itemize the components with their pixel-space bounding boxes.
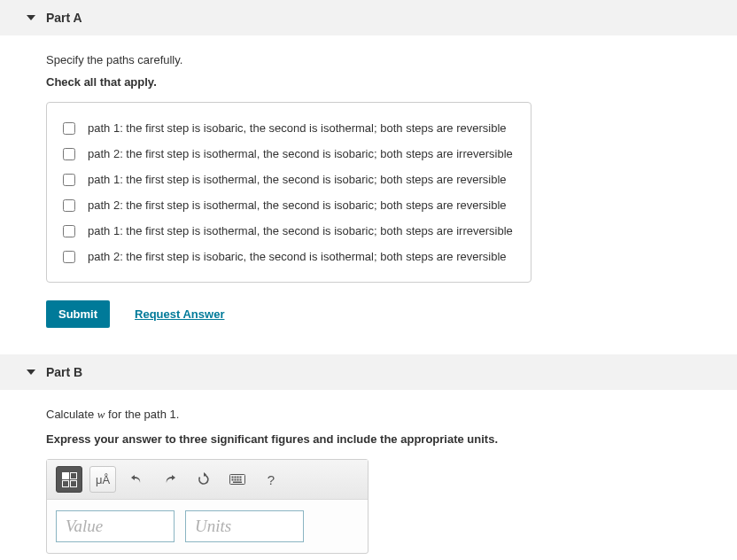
svg-rect-3 — [237, 477, 239, 478]
answer-toolbar: μÅ ? — [47, 460, 368, 500]
checkbox-row: path 1: the first step is isobaric, the … — [63, 115, 515, 141]
checkbox-option-6[interactable] — [63, 251, 75, 263]
checkbox-label: path 1: the first step is isothermal, th… — [88, 224, 513, 237]
checkbox-row: path 2: the first step is isothermal, th… — [63, 192, 515, 218]
checkbox-label: path 2: the first step is isothermal, th… — [88, 147, 513, 160]
keyboard-icon — [229, 474, 245, 485]
calc-suffix: for the path 1. — [105, 408, 179, 421]
svg-rect-1 — [232, 477, 234, 478]
units-input[interactable]: Units — [185, 510, 304, 542]
checkbox-option-1[interactable] — [63, 122, 75, 135]
checkbox-row: path 1: the first step is isothermal, th… — [63, 167, 515, 192]
action-row: Submit Request Answer — [46, 300, 691, 328]
checkbox-label: path 2: the first step is isothermal, th… — [88, 198, 507, 212]
checkbox-group: path 1: the first step is isobaric, the … — [46, 102, 531, 283]
undo-button[interactable] — [123, 466, 150, 493]
caret-down-icon — [27, 15, 35, 20]
keyboard-button[interactable] — [224, 466, 251, 493]
checkbox-option-5[interactable] — [63, 225, 75, 237]
checkbox-option-3[interactable] — [63, 174, 75, 186]
svg-rect-8 — [240, 479, 242, 481]
part-a-title: Part A — [46, 11, 82, 25]
part-b-header[interactable]: Part B — [0, 354, 737, 390]
redo-button[interactable] — [157, 466, 183, 493]
part-b-bold-instruction: Express your answer to three significant… — [46, 432, 691, 446]
part-b-instruction: Calculate w for the path 1. — [46, 408, 691, 422]
part-b-body: Calculate w for the path 1. Express your… — [0, 408, 737, 560]
reset-button[interactable] — [190, 466, 217, 493]
answer-widget: μÅ ? Value Units — [46, 459, 368, 554]
request-answer-link[interactable]: Request Answer — [135, 307, 224, 321]
checkbox-label: path 1: the first step is isothermal, th… — [88, 173, 507, 186]
templates-icon — [62, 472, 77, 487]
submit-button[interactable]: Submit — [46, 300, 110, 328]
answer-input-row: Value Units — [47, 500, 368, 553]
svg-rect-5 — [232, 479, 234, 481]
reset-icon — [197, 472, 211, 486]
checkbox-option-2[interactable] — [63, 148, 75, 160]
svg-rect-9 — [233, 482, 242, 484]
value-input[interactable]: Value — [56, 510, 175, 542]
checkbox-row: path 1: the first step is isothermal, th… — [63, 218, 515, 244]
svg-rect-4 — [240, 477, 242, 478]
redo-icon — [163, 472, 177, 486]
part-b-title: Part B — [46, 365, 82, 379]
undo-icon — [129, 472, 144, 486]
svg-rect-7 — [237, 479, 239, 481]
checkbox-option-4[interactable] — [63, 199, 75, 212]
templates-button[interactable] — [56, 466, 82, 493]
part-a-body: Specify the paths carefully. Check all t… — [0, 53, 737, 354]
checkbox-row: path 2: the first step is isothermal, th… — [63, 141, 515, 167]
symbols-label: μÅ — [96, 473, 110, 486]
part-a-bold-instruction: Check all that apply. — [46, 75, 691, 89]
checkbox-label: path 2: the first step is isobaric, the … — [88, 250, 507, 263]
part-a-header[interactable]: Part A — [0, 0, 737, 35]
caret-down-icon — [27, 369, 35, 375]
checkbox-row: path 2: the first step is isobaric, the … — [63, 244, 515, 269]
svg-rect-2 — [235, 477, 237, 478]
calc-prefix: Calculate — [46, 408, 97, 421]
part-a-instruction: Specify the paths carefully. — [46, 53, 691, 66]
svg-rect-6 — [235, 479, 237, 481]
help-label: ? — [268, 472, 275, 487]
help-button[interactable]: ? — [258, 466, 284, 493]
symbols-button[interactable]: μÅ — [89, 466, 116, 493]
checkbox-label: path 1: the first step is isobaric, the … — [88, 121, 507, 135]
